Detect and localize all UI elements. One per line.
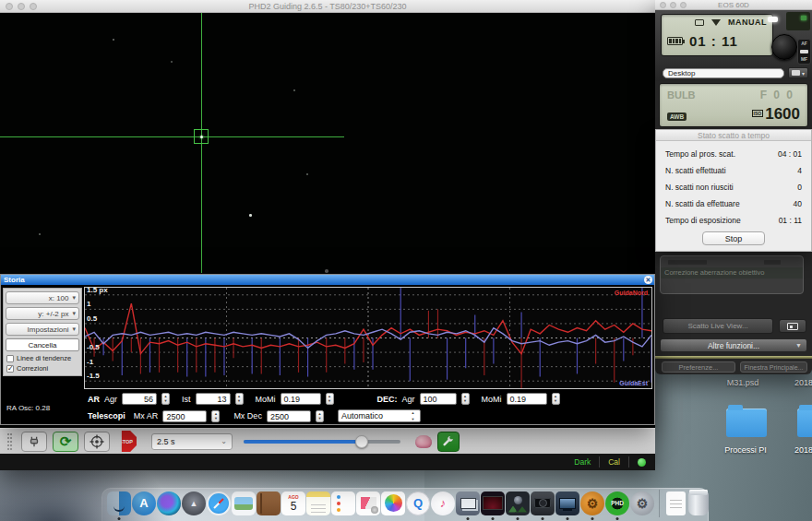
dec-minmove-stepper[interactable] — [552, 393, 560, 405]
dec-aggression-field[interactable]: 100 — [420, 393, 457, 405]
ra-hysteresis-field[interactable]: 13 — [196, 393, 231, 405]
exposure-duration-select[interactable]: 2.5 s ⌄ — [151, 433, 233, 450]
y-scale-dropdown[interactable]: y: +/-2 px ▾ — [6, 307, 79, 320]
desktop-file-label[interactable]: M31.psd — [715, 378, 770, 387]
timer-shooting-status-window: Stato scatto a tempo Tempo al pros. scat… — [655, 129, 812, 252]
max-ra-field[interactable]: 2500 — [162, 410, 207, 422]
aperture-value[interactable]: F 0 0 — [760, 89, 794, 101]
ra-aggression-field[interactable]: 56 — [122, 393, 157, 405]
main-window-button[interactable]: Finestra Principale... — [740, 361, 807, 373]
desktop-folder-icon[interactable] — [797, 409, 812, 437]
system-preferences-dock-icon[interactable]: ⚙ — [630, 491, 654, 515]
lens-correction-row[interactable]: Correzione aberrazione obiettivo — [661, 267, 803, 278]
astro-camera-dock-icon[interactable] — [506, 491, 530, 515]
photos-dock-icon[interactable] — [381, 491, 405, 515]
max-dec-field[interactable]: 2500 — [267, 410, 311, 422]
usb-plug-icon — [28, 435, 41, 448]
desktop-folder-label[interactable]: Processi PI — [713, 445, 778, 455]
ra-aggression-stepper[interactable] — [161, 393, 170, 405]
ra-hysteresis-stepper[interactable] — [235, 393, 244, 405]
capture-red-dock-icon[interactable] — [481, 491, 505, 515]
news-dock-icon[interactable] — [356, 491, 380, 515]
zoom-window-button[interactable] — [680, 2, 687, 8]
loop-exposures-button[interactable]: ⟳ — [53, 432, 78, 452]
eos-utility-dock-icon[interactable] — [531, 491, 555, 515]
max-dec-stepper[interactable] — [316, 410, 324, 422]
launchpad-dock-icon[interactable]: ▲ — [182, 491, 206, 515]
slider-knob[interactable] — [355, 435, 368, 448]
window-controls — [660, 2, 687, 8]
notes-dock-icon[interactable] — [306, 491, 330, 515]
image-capture-dock-icon[interactable] — [456, 491, 480, 515]
chevron-down-icon: ⌄ — [221, 437, 227, 445]
toolbar-grip[interactable] — [7, 433, 12, 450]
zoom-window-button[interactable] — [30, 3, 37, 10]
ra-minmove-stepper[interactable] — [326, 393, 334, 405]
minimize-window-button[interactable] — [670, 2, 676, 8]
screen-stretch-slider[interactable] — [244, 434, 400, 449]
metering-mode-icon[interactable] — [711, 19, 721, 26]
trendlines-checkbox[interactable] — [6, 355, 14, 362]
close-icon[interactable]: ✕ — [644, 276, 652, 284]
af-mf-switch[interactable]: AF MF — [797, 39, 811, 65]
save-destination-field[interactable]: Desktop — [663, 68, 784, 78]
finder-dock-icon[interactable] — [107, 491, 131, 515]
white-balance-value[interactable]: AWB — [667, 112, 687, 121]
app-store-dock-icon[interactable]: A — [132, 491, 156, 515]
dec-guide-mode-select[interactable]: Automatico — [338, 409, 421, 422]
desktop-file-label[interactable]: 2018 — [790, 378, 812, 387]
contacts-dock-icon[interactable] — [257, 491, 281, 515]
ra-minmove-field[interactable]: 0.19 — [281, 393, 321, 405]
document-dock-icon[interactable] — [666, 491, 686, 515]
stato-titlebar[interactable]: Stato scatto a tempo — [656, 130, 811, 141]
quicktime-dock-icon[interactable]: Q — [406, 491, 430, 515]
calendar-dock-icon[interactable]: AGO5 — [281, 491, 305, 515]
dec-minmove-field[interactable]: 0.19 — [507, 393, 547, 405]
iso-value[interactable]: 1600 — [765, 107, 800, 121]
destination-folder-button[interactable]: ▾ — [788, 67, 808, 78]
trash-dock-icon[interactable] — [688, 491, 709, 515]
wrench-icon — [442, 435, 455, 448]
quick-control-dial[interactable] — [771, 34, 797, 60]
siri-dock-icon[interactable] — [157, 491, 181, 515]
phd2-dock-icon[interactable]: PHD — [605, 491, 629, 515]
dec-aggression-stepper[interactable] — [461, 393, 470, 405]
battery-icon — [667, 37, 683, 45]
trendlines-checkbox-row[interactable]: Linee di tendenze — [6, 354, 79, 362]
drive-mode-icon[interactable] — [695, 19, 704, 26]
advanced-settings-button brain-icon[interactable] — [415, 435, 432, 448]
live-view-shoot-button[interactable]: Scatto Live View... — [663, 318, 773, 334]
itunes-dock-icon[interactable]: ♪ — [431, 491, 455, 515]
system-preferences-glyph: ⚙ — [637, 496, 649, 511]
running-indicator-dot — [467, 517, 470, 520]
settings-dropdown[interactable]: Impostazioni ▾ — [6, 323, 79, 336]
shutter-speed-value[interactable]: BULB — [667, 89, 696, 101]
begin-guiding-button[interactable] — [84, 432, 110, 452]
close-window-button[interactable] — [6, 3, 13, 10]
tools-button[interactable] — [437, 432, 460, 452]
close-window-button[interactable] — [660, 2, 666, 8]
preferences-button[interactable]: Preferenze... — [662, 361, 735, 373]
ra-aggression-label: Agr — [104, 395, 117, 404]
minimize-window-button[interactable] — [18, 3, 25, 10]
max-ra-stepper[interactable] — [211, 410, 220, 422]
stop-button[interactable]: STOP — [115, 431, 137, 452]
connect-camera-button[interactable] — [21, 432, 47, 452]
stop-shooting-button[interactable]: Stop — [702, 231, 765, 245]
x-scale-dropdown[interactable]: x: 100 ▾ — [6, 291, 79, 304]
clear-button[interactable]: Cancella — [6, 338, 79, 351]
other-functions-button[interactable]: Altre funzioni... ▼ — [660, 338, 807, 352]
preview-dock-icon[interactable] — [232, 491, 256, 515]
shooting-mode: MANUAL — [728, 18, 767, 27]
reminders-dock-icon[interactable] — [331, 491, 355, 515]
live-view-icon-button[interactable] — [779, 319, 806, 333]
running-indicator-dot — [591, 517, 594, 520]
display-app-dock-icon[interactable] — [555, 491, 579, 515]
corrections-checkbox[interactable] — [6, 365, 14, 373]
safari-dock-icon[interactable] — [207, 491, 231, 515]
desktop-folder-label[interactable]: 2018 — [790, 445, 812, 455]
gears-orange-dock-icon[interactable]: ⚙ — [580, 491, 604, 515]
corrections-checkbox-row[interactable]: Correzioni — [6, 364, 79, 373]
storia-titlebar[interactable]: Storia ✕ — [1, 275, 654, 285]
desktop-folder-icon[interactable] — [726, 409, 767, 437]
